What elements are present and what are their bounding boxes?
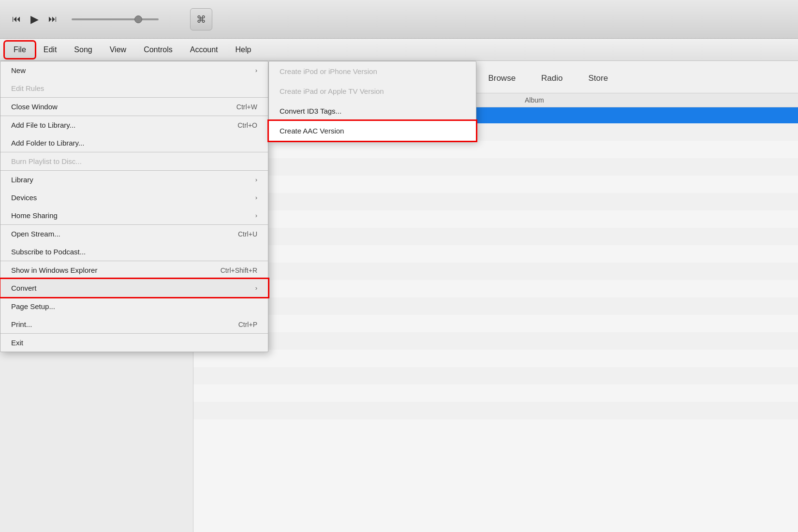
- transport-controls: ⏮ ▶ ⏭ ⌘: [10, 8, 212, 30]
- chevron-right-icon-library: ›: [255, 176, 257, 183]
- table-row[interactable]: [193, 315, 798, 332]
- convert-submenu: Create iPod or iPhone Version Create iPa…: [268, 61, 476, 141]
- chevron-right-icon: ›: [255, 67, 257, 74]
- menu-label-new: New: [11, 66, 26, 74]
- progress-track[interactable]: [72, 18, 159, 20]
- menu-item-add-file[interactable]: Add File to Library... Ctrl+O: [0, 116, 268, 134]
- chevron-right-icon-convert: ›: [255, 284, 257, 292]
- airplay-icon: ⌘: [196, 14, 206, 25]
- tab-radio[interactable]: Radio: [530, 70, 574, 87]
- table-row[interactable]: [193, 297, 798, 315]
- title-bar: ⏮ ▶ ⏭ ⌘: [0, 0, 798, 39]
- chevron-right-icon-home-sharing: ›: [255, 212, 257, 219]
- table-row[interactable]: [193, 210, 798, 228]
- menu-item-edit-rules[interactable]: Edit Rules: [0, 79, 268, 97]
- menu-label-convert: Convert: [11, 284, 37, 292]
- table-row[interactable]: [193, 419, 798, 437]
- menu-label-show-explorer: Show in Windows Explorer: [11, 266, 97, 274]
- submenu-item-create-aac[interactable]: Create AAC Version: [269, 121, 476, 141]
- menu-section-8: Page Setup... Print... Ctrl+P: [0, 297, 268, 334]
- menu-item-new[interactable]: New ›: [0, 61, 268, 79]
- shortcut-add-file: Ctrl+O: [237, 121, 257, 129]
- menu-item-print[interactable]: Print... Ctrl+P: [0, 315, 268, 333]
- menu-bar: File Edit Song View Controls Account Hel…: [0, 39, 798, 61]
- submenu-label-ipod-version: Create iPod or iPhone Version: [280, 67, 377, 75]
- menu-item-song[interactable]: Song: [65, 42, 101, 58]
- file-menu-dropdown: New › Edit Rules Close Window Ctrl+W Add…: [0, 61, 268, 352]
- table-row[interactable]: [193, 245, 798, 263]
- menu-item-open-stream[interactable]: Open Stream... Ctrl+U: [0, 225, 268, 243]
- menu-label-burn-playlist: Burn Playlist to Disc...: [11, 157, 82, 165]
- menu-item-edit[interactable]: Edit: [35, 42, 66, 58]
- submenu-item-ipod-version[interactable]: Create iPod or iPhone Version: [269, 61, 476, 81]
- table-row[interactable]: [193, 332, 798, 350]
- menu-item-burn-playlist[interactable]: Burn Playlist to Disc...: [0, 152, 268, 170]
- shortcut-print: Ctrl+P: [238, 321, 257, 328]
- progress-thumb[interactable]: [134, 15, 142, 23]
- submenu-item-ipad-version[interactable]: Create iPad or Apple TV Version: [269, 81, 476, 101]
- table-row[interactable]: [193, 176, 798, 193]
- col-header-album: Album: [525, 96, 790, 104]
- tab-store[interactable]: Store: [577, 70, 620, 87]
- table-row[interactable]: [193, 228, 798, 245]
- fast-forward-button[interactable]: ⏭: [46, 12, 59, 27]
- menu-section-3: Add File to Library... Ctrl+O Add Folder…: [0, 116, 268, 152]
- track-list: 0:13 truck •••: [193, 107, 798, 437]
- menu-item-file[interactable]: File: [5, 42, 35, 58]
- menu-item-page-setup[interactable]: Page Setup...: [0, 297, 268, 315]
- menu-item-view[interactable]: View: [101, 42, 135, 58]
- menu-label-subscribe-podcast: Subscribe to Podcast...: [11, 248, 86, 256]
- menu-label-print: Print...: [11, 320, 32, 328]
- menu-section-7: Show in Windows Explorer Ctrl+Shift+R Co…: [0, 261, 268, 297]
- tab-browse[interactable]: Browse: [476, 70, 527, 87]
- menu-label-library: Library: [11, 176, 33, 184]
- menu-item-help[interactable]: Help: [227, 42, 260, 58]
- table-row[interactable]: [193, 193, 798, 210]
- airplay-button[interactable]: ⌘: [190, 8, 212, 30]
- menu-label-add-file: Add File to Library...: [11, 121, 75, 129]
- table-row[interactable]: [193, 263, 798, 280]
- menu-label-edit-rules: Edit Rules: [11, 84, 44, 92]
- menu-label-devices: Devices: [11, 193, 37, 202]
- submenu-label-ipad-version: Create iPad or Apple TV Version: [280, 87, 384, 95]
- table-row[interactable]: [193, 280, 798, 297]
- shortcut-show-explorer: Ctrl+Shift+R: [221, 266, 257, 274]
- menu-item-close-window[interactable]: Close Window Ctrl+W: [0, 98, 268, 116]
- progress-bar-container: [72, 18, 178, 20]
- menu-section-1: New › Edit Rules: [0, 61, 268, 98]
- table-row[interactable]: [193, 402, 798, 419]
- shortcut-close-window: Ctrl+W: [236, 103, 257, 111]
- menu-item-show-explorer[interactable]: Show in Windows Explorer Ctrl+Shift+R: [0, 261, 268, 279]
- menu-label-page-setup: Page Setup...: [11, 302, 55, 310]
- menu-label-home-sharing: Home Sharing: [11, 211, 58, 220]
- menu-item-exit[interactable]: Exit: [0, 334, 268, 352]
- menu-item-subscribe-podcast[interactable]: Subscribe to Podcast...: [0, 243, 268, 261]
- menu-section-2: Close Window Ctrl+W: [0, 98, 268, 116]
- menu-item-add-folder[interactable]: Add Folder to Library...: [0, 134, 268, 152]
- table-row[interactable]: [193, 384, 798, 402]
- menu-label-exit: Exit: [11, 339, 23, 347]
- menu-item-library[interactable]: Library ›: [0, 171, 268, 189]
- menu-item-home-sharing[interactable]: Home Sharing ›: [0, 207, 268, 224]
- menu-item-account[interactable]: Account: [181, 42, 227, 58]
- menu-item-convert[interactable]: Convert ›: [0, 279, 268, 297]
- menu-item-controls[interactable]: Controls: [135, 42, 181, 58]
- rewind-button[interactable]: ⏮: [10, 12, 23, 27]
- play-button[interactable]: ▶: [28, 11, 41, 28]
- menu-section-4: Burn Playlist to Disc...: [0, 152, 268, 171]
- submenu-item-convert-id3[interactable]: Convert ID3 Tags...: [269, 101, 476, 121]
- table-row[interactable]: [193, 350, 798, 367]
- menu-section-5: Library › Devices › Home Sharing ›: [0, 171, 268, 225]
- menu-label-open-stream: Open Stream...: [11, 230, 60, 238]
- submenu-label-convert-id3: Convert ID3 Tags...: [280, 107, 341, 115]
- table-row[interactable]: [193, 158, 798, 176]
- menu-section-9: Exit: [0, 334, 268, 352]
- submenu-label-create-aac: Create AAC Version: [280, 127, 344, 135]
- table-row[interactable]: [193, 141, 798, 158]
- menu-section-6: Open Stream... Ctrl+U Subscribe to Podca…: [0, 225, 268, 261]
- table-row[interactable]: [193, 367, 798, 384]
- menu-label-add-folder: Add Folder to Library...: [11, 139, 84, 147]
- menu-label-close-window: Close Window: [11, 103, 58, 111]
- shortcut-open-stream: Ctrl+U: [238, 230, 257, 238]
- menu-item-devices[interactable]: Devices ›: [0, 189, 268, 207]
